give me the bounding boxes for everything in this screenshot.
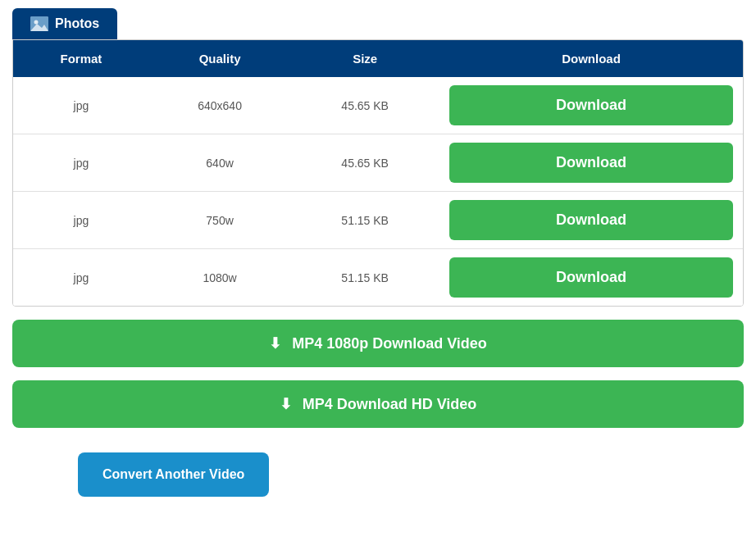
download-button-0[interactable]: Download xyxy=(449,85,733,125)
col-download: Download xyxy=(439,40,743,77)
convert-section: Convert Another Video xyxy=(12,428,744,497)
table-row: jpg750w51.15 KBDownload xyxy=(13,192,743,249)
download-button-3[interactable]: Download xyxy=(449,257,733,298)
table-row: jpg1080w51.15 KBDownload xyxy=(13,249,743,307)
col-quality: Quality xyxy=(149,40,291,77)
tab-photos[interactable]: Photos xyxy=(12,8,117,39)
cell-format: jpg xyxy=(13,192,149,249)
download-button-1[interactable]: Download xyxy=(449,143,733,183)
tab-container: Photos xyxy=(12,8,744,39)
col-size: Size xyxy=(290,40,439,77)
cell-quality: 640w xyxy=(149,134,291,192)
cell-download: Download xyxy=(439,249,743,307)
table-row: jpg640w45.65 KBDownload xyxy=(13,134,743,192)
download-button-2[interactable]: Download xyxy=(449,200,733,240)
cell-quality: 1080w xyxy=(149,249,291,307)
table-header-row: Format Quality Size Download xyxy=(13,40,743,77)
mp4-1080p-label: MP4 1080p Download Video xyxy=(292,335,487,352)
cell-download: Download xyxy=(439,77,743,134)
convert-button-label: Convert Another Video xyxy=(102,467,244,481)
download-icon-1080p: ⬇ xyxy=(269,335,281,352)
photos-icon xyxy=(30,16,48,31)
mp4-1080p-download-button[interactable]: ⬇ MP4 1080p Download Video xyxy=(12,320,744,367)
tab-label: Photos xyxy=(55,16,99,31)
cell-size: 45.65 KB xyxy=(290,77,439,134)
cell-quality: 750w xyxy=(149,192,291,249)
table-row: jpg640x64045.65 KBDownload xyxy=(13,77,743,134)
cell-format: jpg xyxy=(13,134,149,192)
download-icon-hd: ⬇ xyxy=(280,396,292,412)
cell-download: Download xyxy=(439,134,743,192)
page-container: Photos Format Quality Size Download jpg6… xyxy=(0,0,756,550)
cell-size: 51.15 KB xyxy=(290,249,439,307)
cell-quality: 640x640 xyxy=(149,77,291,134)
cell-format: jpg xyxy=(13,77,149,134)
table-wrapper: Format Quality Size Download jpg640x6404… xyxy=(12,39,744,307)
svg-point-1 xyxy=(34,20,39,25)
mp4-hd-download-button[interactable]: ⬇ MP4 Download HD Video xyxy=(12,380,744,428)
action-buttons-section: ⬇ MP4 1080p Download Video ⬇ MP4 Downloa… xyxy=(12,313,744,428)
downloads-table: Format Quality Size Download jpg640x6404… xyxy=(13,40,743,306)
cell-download: Download xyxy=(439,192,743,249)
cell-size: 45.65 KB xyxy=(290,134,439,192)
mp4-hd-label: MP4 Download HD Video xyxy=(303,396,477,412)
convert-another-video-button[interactable]: Convert Another Video xyxy=(78,452,269,497)
cell-format: jpg xyxy=(13,249,149,307)
col-format: Format xyxy=(13,40,149,77)
cell-size: 51.15 KB xyxy=(290,192,439,249)
